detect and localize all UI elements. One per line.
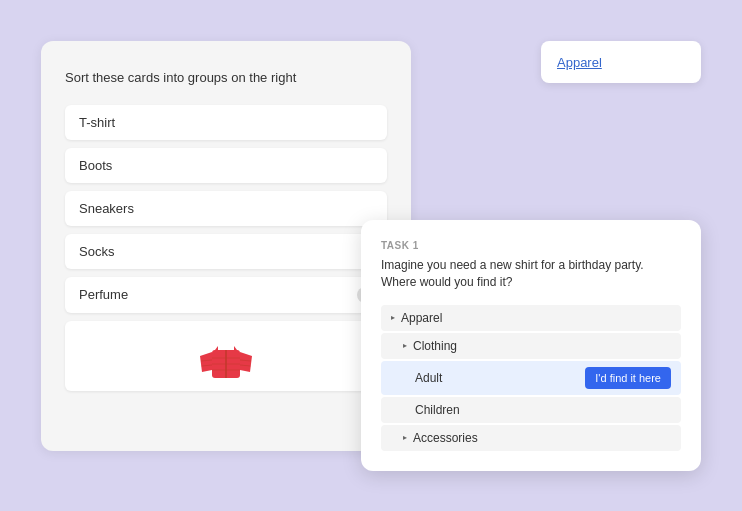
group-card-apparel[interactable]: Apparel: [541, 41, 701, 83]
card-sneakers[interactable]: Sneakers: [65, 191, 387, 226]
tree-list: ▸ Apparel ▸ Clothing Adult I'd: [381, 305, 681, 451]
find-it-button[interactable]: I'd find it here: [585, 367, 671, 389]
card-tshirt-label: T-shirt: [79, 115, 115, 130]
tree-item-apparel[interactable]: ▸ Apparel: [381, 305, 681, 331]
tree-item-adult[interactable]: Adult I'd find it here: [381, 361, 681, 395]
group-label-apparel[interactable]: Apparel: [557, 55, 602, 70]
tree-item-clothing[interactable]: ▸ Clothing: [381, 333, 681, 359]
tree-item-children[interactable]: Children: [381, 397, 681, 423]
card-jacket[interactable]: [65, 321, 387, 391]
tree-label-apparel: Apparel: [401, 311, 442, 325]
arrow-clothing: ▸: [403, 341, 407, 350]
card-socks-label: Socks: [79, 244, 114, 259]
card-socks[interactable]: Socks: [65, 234, 387, 269]
tree-label-accessories: Accessories: [413, 431, 478, 445]
tree-label-children: Children: [415, 403, 460, 417]
jacket-svg: [196, 328, 256, 383]
task-label: TASK 1: [381, 240, 681, 251]
card-boots-label: Boots: [79, 158, 112, 173]
card-list: T-shirt Boots Sneakers Socks Perfume i: [65, 105, 387, 391]
card-boots[interactable]: Boots: [65, 148, 387, 183]
card-perfume[interactable]: Perfume i: [65, 277, 387, 313]
card-sneakers-label: Sneakers: [79, 201, 134, 216]
tree-label-clothing: Clothing: [413, 339, 457, 353]
task-question: Imagine you need a new shirt for a birth…: [381, 257, 681, 291]
card-tshirt[interactable]: T-shirt: [65, 105, 387, 140]
group-area: Apparel: [541, 41, 701, 83]
task-panel: TASK 1 Imagine you need a new shirt for …: [361, 220, 701, 471]
arrow-apparel: ▸: [391, 313, 395, 322]
tree-label-adult: Adult: [415, 371, 442, 385]
card-perfume-label: Perfume: [79, 287, 128, 302]
left-panel: Sort these cards into groups on the righ…: [41, 41, 411, 451]
tree-item-accessories[interactable]: ▸ Accessories: [381, 425, 681, 451]
arrow-accessories: ▸: [403, 433, 407, 442]
instructions-text: Sort these cards into groups on the righ…: [65, 69, 387, 87]
